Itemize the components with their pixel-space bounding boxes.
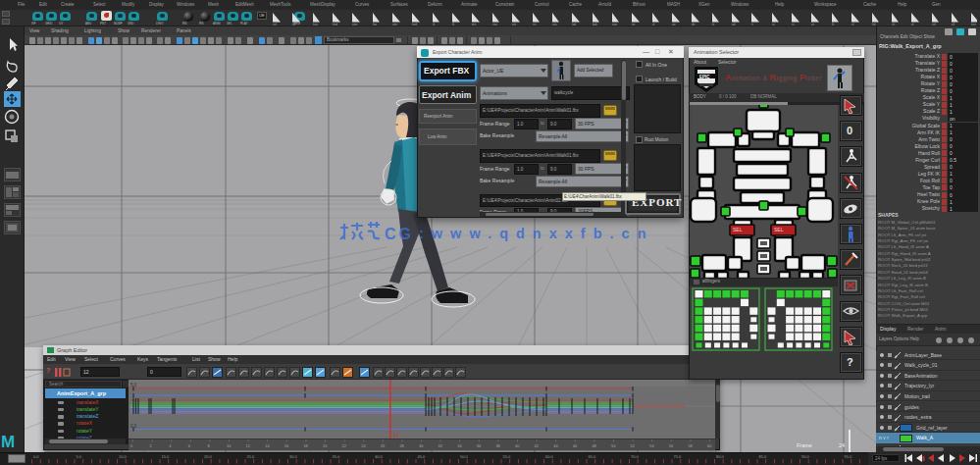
svg-text:0.0: 0.0 [33,454,39,459]
svg-text:30.0: 30.0 [289,454,298,459]
svg-text:54: 54 [649,443,654,448]
svg-text:ro: ro [772,23,775,26]
svg-text:48: 48 [592,443,596,448]
svg-text:mir: mir [472,23,476,26]
svg-text:tr: tr [751,23,753,26]
svg-text:15.0: 15.0 [162,454,171,459]
svg-text:35.0: 35.0 [333,454,341,459]
svg-text:SEL: SEL [733,227,743,232]
svg-text:65.0: 65.0 [589,454,597,459]
svg-text::www.qdnxxfb.cn: :www.qdnxxfb.cn [419,226,654,241]
svg-text:sc: sc [792,23,796,26]
svg-text:20: 20 [323,443,328,448]
svg-text:2: 2 [150,443,153,448]
svg-text:44: 44 [553,443,558,448]
svg-text:bak: bak [593,23,597,26]
svg-text:36: 36 [477,443,482,448]
svg-text:40: 40 [515,443,520,448]
svg-text:cpy: cpy [492,23,497,26]
svg-text:50.0: 50.0 [460,454,469,459]
svg-text:75.0: 75.0 [674,454,683,459]
svg-text:60.0: 60.0 [545,454,554,459]
svg-text:38: 38 [495,443,500,448]
svg-text:CG: CG [385,226,414,242]
svg-text:lod: lod [572,23,576,26]
svg-text:18: 18 [303,443,308,448]
svg-text:ul: ul [851,23,854,26]
svg-text:50: 50 [611,443,616,448]
svg-text:22: 22 [342,443,347,448]
svg-text:85.0: 85.0 [759,454,768,459]
svg-text:56: 56 [669,443,674,448]
svg-text:rst: rst [533,23,536,26]
svg-text:55.0: 55.0 [503,454,512,459]
svg-text:52: 52 [631,443,636,448]
svg-text:28: 28 [399,443,404,448]
svg-text:gd: gd [732,23,736,26]
svg-text:10.0: 10.0 [119,454,128,459]
svg-text:fx: fx [712,23,715,26]
svg-text:dn: dn [692,23,696,26]
svg-text:ik: ik [433,23,436,26]
svg-text:sel: sel [932,23,936,26]
svg-text:exp: exp [612,23,617,26]
svg-text:40.0: 40.0 [375,454,384,459]
svg-text:10: 10 [227,443,232,448]
svg-text:hd: hd [872,23,876,26]
svg-text:EPIC: EPIC [699,75,710,79]
svg-text:42: 42 [535,443,540,448]
svg-text:90.0: 90.0 [801,454,810,459]
svg-text:6: 6 [188,443,191,448]
svg-text:pst: pst [512,23,516,26]
svg-text:95.0: 95.0 [845,454,853,459]
svg-text:sav: sav [552,23,557,26]
svg-text:16: 16 [284,443,289,448]
svg-text:fk: fk [452,23,455,26]
svg-text:24: 24 [839,442,845,448]
svg-text:vz: vz [811,23,815,26]
svg-text:34: 34 [457,443,462,448]
svg-text:12: 12 [246,443,251,448]
svg-text:SEL: SEL [774,227,784,232]
svg-text:20.0: 20.0 [204,454,213,459]
svg-text:key: key [971,23,976,26]
svg-text:sel: sel [273,23,277,26]
svg-text:45.0: 45.0 [418,454,427,459]
svg-text:58: 58 [688,443,693,448]
svg-text:al: al [652,23,655,26]
svg-text:Frame: Frame [797,442,812,448]
svg-text:im: im [632,23,636,26]
svg-text:24: 24 [361,443,366,448]
svg-text:arm: arm [352,23,358,26]
svg-text:pl: pl [911,23,914,26]
svg-text:80.0: 80.0 [716,454,725,459]
svg-text:70.0: 70.0 [631,454,640,459]
svg-text:8: 8 [207,443,210,448]
svg-text:5.0: 5.0 [77,454,82,459]
svg-text:key: key [313,23,318,26]
svg-text:0: 0 [130,443,133,448]
svg-text:46: 46 [573,443,578,448]
svg-text:leg: leg [373,23,377,26]
svg-text:30: 30 [419,443,424,448]
svg-text:spn: spn [392,23,397,26]
svg-text:13: 13 [393,432,399,438]
svg-text:60: 60 [707,443,712,448]
svg-text:all: all [292,23,295,26]
svg-text:0.0: 0.0 [130,424,137,429]
svg-text:sh: sh [892,23,896,26]
svg-text:14: 14 [265,443,270,448]
svg-text:hnd: hnd [333,23,337,26]
svg-text:5.0: 5.0 [130,383,137,388]
svg-text:32: 32 [438,443,443,448]
svg-text:hed: hed [412,23,417,26]
svg-text:lk: lk [832,23,835,26]
svg-text:all: all [952,23,954,26]
svg-text:4: 4 [169,443,172,448]
svg-text:up: up [672,23,676,26]
svg-text:26: 26 [381,443,386,448]
svg-text:25.0: 25.0 [247,454,256,459]
